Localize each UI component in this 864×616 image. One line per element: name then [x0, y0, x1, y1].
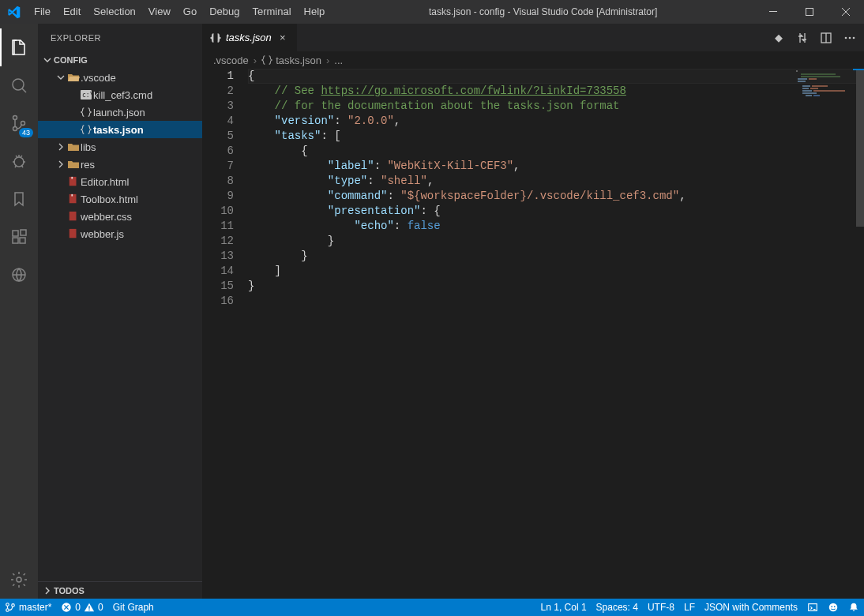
menu-selection[interactable]: Selection: [87, 0, 141, 24]
svg-rect-10: [21, 230, 26, 235]
todos-label: TODOS: [54, 586, 85, 595]
svg-point-2: [13, 79, 24, 90]
status-cursor[interactable]: Ln 1, Col 1: [536, 599, 592, 616]
svg-rect-47: [88, 610, 89, 610]
tree-item-label: Toolbox.html: [81, 193, 138, 205]
svg-rect-20: [69, 229, 77, 238]
chevron-right-icon: [55, 160, 66, 168]
activity-gitgraph[interactable]: [0, 256, 38, 294]
status-encoding[interactable]: UTF-8: [643, 599, 679, 616]
svg-rect-21: [775, 34, 783, 42]
tree-folder[interactable]: res: [38, 156, 202, 173]
tree-file[interactable]: launch.json: [38, 103, 202, 121]
tree-folder[interactable]: .vscode: [38, 69, 202, 86]
scm-badge: 43: [19, 128, 33, 137]
explorer-section-header[interactable]: CONFIG: [38, 51, 202, 69]
status-problems[interactable]: 0 0: [56, 599, 107, 616]
svg-point-24: [845, 36, 847, 39]
breadcrumbs[interactable]: .vscode › tasks.json › ...: [202, 51, 864, 69]
tab-tasks-json[interactable]: tasks.json ×: [202, 24, 298, 51]
status-language[interactable]: JSON with Comments: [700, 599, 802, 616]
breadcrumb-folder[interactable]: .vscode: [213, 54, 249, 66]
tree-item-label: Editor.html: [81, 176, 129, 188]
activity-source-control[interactable]: 43: [0, 104, 38, 142]
window-controls: [755, 0, 864, 24]
activity-extensions[interactable]: [0, 218, 38, 256]
compare-icon[interactable]: [796, 32, 809, 44]
tree-file[interactable]: webber.css: [38, 208, 202, 225]
scrollbar-thumb[interactable]: [856, 69, 864, 227]
status-eol[interactable]: LF: [679, 599, 700, 616]
status-feedback-icon[interactable]: [823, 599, 843, 616]
menu-file[interactable]: File: [28, 0, 57, 24]
tree-file[interactable]: Toolbox.html: [38, 190, 202, 208]
status-gitgraph[interactable]: Git Graph: [108, 599, 159, 616]
activity-explorer[interactable]: [0, 28, 38, 66]
tree-item-label: launch.json: [93, 107, 145, 118]
svg-point-25: [849, 36, 851, 39]
editor-tabs: tasks.json ×: [202, 24, 864, 51]
tab-label: tasks.json: [226, 32, 272, 43]
css-icon: [66, 211, 81, 222]
svg-point-49: [829, 603, 838, 612]
vertical-scrollbar[interactable]: [853, 69, 864, 599]
chevron-down-icon: [41, 56, 54, 64]
status-branch[interactable]: master*: [0, 599, 56, 616]
menu-view[interactable]: View: [142, 0, 177, 24]
warnings-count: 0: [98, 602, 103, 613]
maximize-button[interactable]: [791, 0, 828, 24]
diamond-icon[interactable]: [772, 32, 785, 44]
tree-file[interactable]: webber.js: [38, 225, 202, 242]
close-window-button[interactable]: [828, 0, 864, 24]
vscode-logo-icon: [0, 6, 28, 19]
folder-icon: [66, 159, 81, 170]
status-terminal-icon[interactable]: [802, 599, 823, 616]
split-editor-icon[interactable]: [820, 32, 832, 44]
minimize-button[interactable]: [755, 0, 791, 24]
tree-item-label: webber.js: [81, 228, 124, 240]
tree-file[interactable]: c:\kill_cef3.cmd: [38, 86, 202, 103]
svg-point-44: [12, 604, 15, 607]
cmd-icon: c:\: [79, 89, 93, 100]
todos-section-header[interactable]: TODOS: [38, 581, 202, 599]
svg-rect-41: [813, 95, 820, 96]
svg-point-42: [6, 603, 9, 607]
svg-rect-32: [798, 81, 806, 82]
sidebar-title: EXPLORER: [38, 24, 202, 51]
json-icon: [79, 124, 93, 135]
tree-item-label: res: [81, 159, 95, 171]
activity-search[interactable]: [0, 66, 38, 104]
activity-bookmarks[interactable]: [0, 180, 38, 218]
editor-body[interactable]: 12345678910111213141516 { // See https:/…: [202, 69, 864, 599]
svg-point-5: [21, 122, 25, 126]
editor-actions: [764, 24, 864, 51]
status-bar: master* 0 0 Git Graph Ln 1, Col 1 Spaces…: [0, 599, 864, 616]
tree-file[interactable]: tasks.json: [38, 121, 202, 138]
svg-rect-33: [802, 85, 810, 87]
menu-help[interactable]: Help: [298, 0, 332, 24]
tree-item-label: tasks.json: [93, 124, 144, 136]
code-content[interactable]: { // See https://go.microsoft.com/fwlink…: [248, 69, 864, 599]
html-icon: [66, 193, 81, 205]
activity-debug[interactable]: [0, 142, 38, 180]
breadcrumb-file[interactable]: tasks.json: [276, 54, 321, 66]
menu-terminal[interactable]: Terminal: [246, 0, 297, 24]
tree-folder[interactable]: libs: [38, 138, 202, 156]
menu-go[interactable]: Go: [177, 0, 203, 24]
status-indent[interactable]: Spaces: 4: [592, 599, 643, 616]
menu-debug[interactable]: Debug: [203, 0, 246, 24]
titlebar: File Edit Selection View Go Debug Termin…: [0, 0, 864, 24]
activity-settings[interactable]: [0, 561, 38, 599]
json-icon: [210, 32, 221, 43]
tree-file[interactable]: Editor.html: [38, 173, 202, 190]
more-icon[interactable]: [843, 32, 856, 44]
svg-rect-39: [802, 92, 817, 94]
menu-edit[interactable]: Edit: [57, 0, 87, 24]
svg-text:c:\: c:\: [82, 92, 92, 99]
minimap[interactable]: [790, 69, 853, 112]
tab-close-button[interactable]: ×: [276, 32, 289, 43]
svg-rect-37: [802, 90, 812, 92]
status-bell-icon[interactable]: [843, 599, 864, 616]
svg-point-50: [831, 606, 832, 607]
breadcrumb-tail[interactable]: ...: [334, 54, 343, 66]
